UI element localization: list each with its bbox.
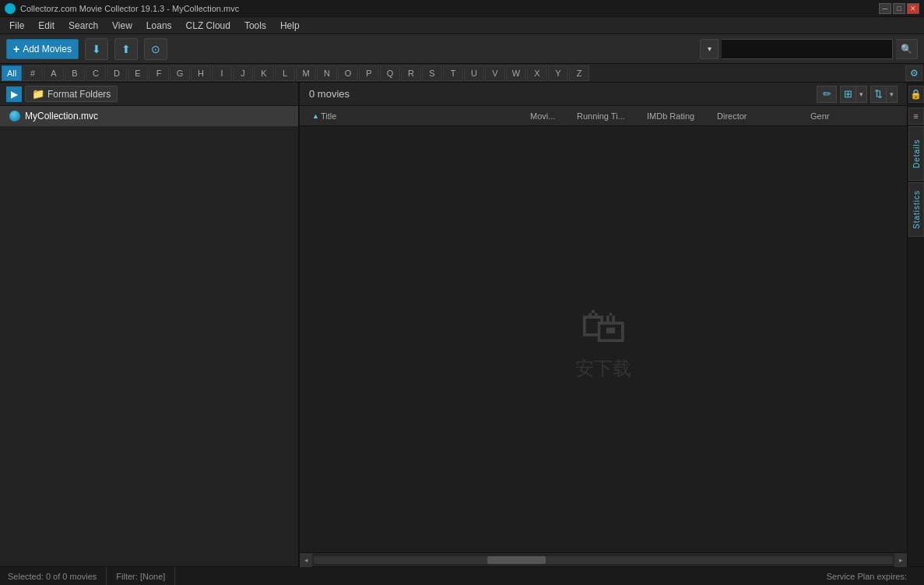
menu-file[interactable]: File <box>3 19 30 33</box>
collection-header: ▶ 📁 Format Folders <box>0 83 298 106</box>
col-header-genre[interactable]: Genr <box>804 111 907 121</box>
col-header-imdb-rating[interactable]: IMDb Rating <box>641 111 711 121</box>
col-runtime-label: Running Ti... <box>577 111 625 121</box>
chevron-down-icon: ▾ <box>886 86 897 102</box>
view-toggle-button[interactable]: ⊞ ▾ <box>840 86 867 103</box>
details-label: Details <box>912 139 920 168</box>
alpha-a[interactable]: A <box>44 65 64 81</box>
alpha-e[interactable]: E <box>128 65 148 81</box>
alpha-settings-button[interactable]: ⚙ <box>905 65 922 81</box>
title-bar: Collectorz.com Movie Collector 19.1.3 - … <box>0 0 924 17</box>
col-rating-label: IMDb Rating <box>647 111 694 121</box>
folder-icon: 📁 <box>32 88 44 100</box>
add-movies-button[interactable]: + Add Movies <box>6 39 79 59</box>
alpha-hash[interactable]: # <box>23 65 43 81</box>
close-button[interactable]: ✕ <box>907 3 919 14</box>
lock-button[interactable]: 🔒 <box>908 86 924 103</box>
alpha-n[interactable]: N <box>317 65 337 81</box>
search-icon: 🔍 <box>901 44 912 55</box>
pencil-icon: ✏ <box>823 88 831 100</box>
alpha-h[interactable]: H <box>191 65 211 81</box>
cloud-upload-button[interactable]: ⬆ <box>114 38 138 60</box>
menu-view[interactable]: View <box>106 19 139 33</box>
alpha-b[interactable]: B <box>65 65 85 81</box>
refresh-button[interactable]: ⊙ <box>144 38 167 60</box>
alpha-bar: All # A B C D E F G H I J K L M N O P Q … <box>0 64 924 83</box>
col-header-director[interactable]: Director <box>711 111 804 121</box>
search-dropdown[interactable]: ▾ <box>700 39 718 59</box>
alpha-d[interactable]: D <box>107 65 127 81</box>
movies-count: 0 movies <box>309 88 350 100</box>
alpha-m[interactable]: M <box>296 65 316 81</box>
cloud-up-icon: ⬆ <box>121 43 131 55</box>
scroll-left-button[interactable]: ◂ <box>300 553 312 567</box>
menu-bar: File Edit Search View Loans CLZ Cloud To… <box>0 17 924 34</box>
collection-item[interactable]: MyCollection.mvc <box>0 106 298 126</box>
sort-button[interactable]: ⇅ ▾ <box>870 86 898 103</box>
alpha-s[interactable]: S <box>422 65 442 81</box>
cloud-down-icon: ⬇ <box>92 43 101 55</box>
scroll-track[interactable] <box>314 556 893 564</box>
edit-button[interactable]: ✏ <box>817 86 837 103</box>
alpha-w[interactable]: W <box>506 65 526 81</box>
alpha-p[interactable]: P <box>359 65 379 81</box>
alpha-i[interactable]: I <box>212 65 232 81</box>
menu-clzcloud[interactable]: CLZ Cloud <box>180 19 237 33</box>
alpha-o[interactable]: O <box>338 65 358 81</box>
status-bar: Selected: 0 of 0 movies Filter: [None] S… <box>0 566 924 585</box>
col-header-title[interactable]: ▲ Title <box>306 111 524 121</box>
format-folders-button[interactable]: 📁 Format Folders <box>25 86 118 102</box>
alpha-j[interactable]: J <box>233 65 253 81</box>
alpha-z[interactable]: Z <box>569 65 589 81</box>
menu-edit[interactable]: Edit <box>32 19 61 33</box>
search-input[interactable] <box>722 39 893 59</box>
h-scrollbar: ◂ ▸ <box>300 552 907 566</box>
alpha-all[interactable]: All <box>2 65 22 81</box>
toolbar: + Add Movies ⬇ ⬆ ⊙ ▾ 🔍 <box>0 34 924 64</box>
chevron-down-icon: ▾ <box>708 44 711 53</box>
menu-tools[interactable]: Tools <box>238 19 272 33</box>
menu-search[interactable]: Search <box>62 19 104 33</box>
alpha-y[interactable]: Y <box>548 65 568 81</box>
minimize-button[interactable]: ─ <box>879 3 891 14</box>
right-panel: 0 movies ✏ ⊞ ▾ ⇅ ▾ ▲ Title <box>300 83 907 566</box>
cloud-download-button[interactable]: ⬇ <box>85 38 108 60</box>
alpha-c[interactable]: C <box>86 65 106 81</box>
alpha-r[interactable]: R <box>401 65 421 81</box>
window-title: Collectorz.com Movie Collector 19.1.3 - … <box>20 4 874 13</box>
maximize-button[interactable]: □ <box>893 3 905 14</box>
app-icon <box>5 3 16 14</box>
alpha-g[interactable]: G <box>170 65 190 81</box>
scroll-right-button[interactable]: ▸ <box>894 553 907 567</box>
selected-status: Selected: 0 of 0 movies <box>8 567 107 585</box>
search-area: ▾ 🔍 <box>700 39 918 59</box>
alpha-l[interactable]: L <box>275 65 295 81</box>
search-button[interactable]: 🔍 <box>896 39 918 59</box>
details-view-button[interactable]: Details <box>908 126 924 181</box>
details-icon: ≡ <box>913 111 918 121</box>
collection-name: MyCollection.mvc <box>25 111 98 122</box>
menu-help[interactable]: Help <box>274 19 306 33</box>
alpha-q[interactable]: Q <box>380 65 400 81</box>
col-movie-label: Movi... <box>530 111 555 121</box>
filter-status: Filter: [None] <box>107 567 175 585</box>
window-controls: ─ □ ✕ <box>879 3 919 14</box>
column-headers: ▲ Title Movi... Running Ti... IMDb Ratin… <box>300 106 907 126</box>
alpha-x[interactable]: X <box>527 65 547 81</box>
collection-dot-icon <box>9 111 20 122</box>
col-header-movie-format[interactable]: Movi... <box>524 111 571 121</box>
alpha-v[interactable]: V <box>485 65 505 81</box>
sort-asc-icon: ▲ <box>312 112 319 120</box>
alpha-f[interactable]: F <box>149 65 169 81</box>
menu-loans[interactable]: Loans <box>140 19 178 33</box>
nav-arrow-button[interactable]: ▶ <box>6 86 22 102</box>
alpha-u[interactable]: U <box>464 65 484 81</box>
left-panel: ▶ 📁 Format Folders MyCollection.mvc <box>0 83 300 566</box>
statistics-button[interactable]: Statistics <box>908 182 924 237</box>
alpha-t[interactable]: T <box>443 65 463 81</box>
arrow-right-icon: ▶ <box>11 89 18 100</box>
col-header-running-time[interactable]: Running Ti... <box>571 111 641 121</box>
details-panel-button[interactable]: ≡ <box>908 107 924 125</box>
alpha-k[interactable]: K <box>254 65 274 81</box>
col-director-label: Director <box>717 111 747 121</box>
